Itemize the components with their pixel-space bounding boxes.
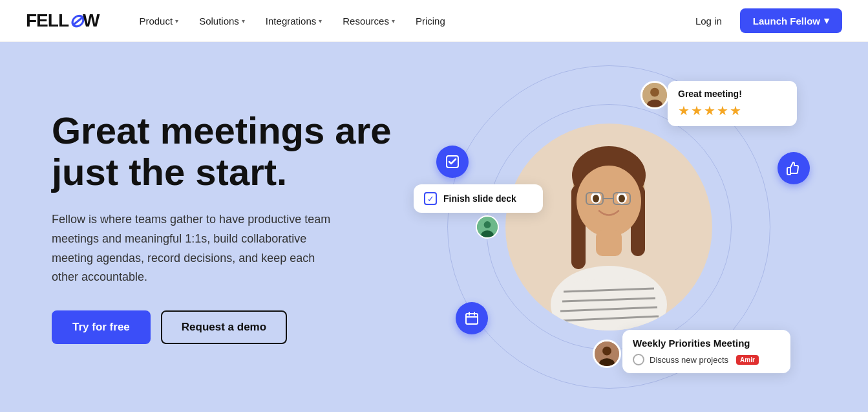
hero-description: Fellow is where teams gather to have pro… [52, 210, 336, 287]
finish-slide-deck-card: ✓ Finish slide deck [414, 184, 543, 213]
nav-product-label: Product [139, 16, 173, 27]
checkbox-checked-icon: ✓ [424, 192, 437, 205]
nav-item-solutions[interactable]: Solutions ▾ [191, 10, 253, 32]
amir-badge: Amir [736, 355, 759, 365]
calendar-icon [464, 310, 480, 326]
weekly-priorities-card: Weekly Priorities Meeting Discuss new pr… [622, 330, 790, 373]
logo[interactable]: FELL⊘W [26, 10, 99, 32]
login-button[interactable]: Log in [688, 10, 730, 32]
avatar-great-meeting [640, 81, 669, 109]
launch-chevron-icon: ▾ [824, 15, 829, 27]
avatar-weekly-meeting [593, 340, 621, 368]
nav-item-product[interactable]: Product ▾ [131, 10, 186, 32]
hero-section: Great meetings are just the start. Fello… [0, 42, 868, 412]
svg-point-8 [619, 195, 625, 202]
logo-text: FELL [26, 10, 69, 31]
chevron-down-icon: ▾ [319, 17, 322, 25]
nav-pricing-label: Pricing [416, 16, 445, 27]
hero-title: Great meetings are just the start. [52, 110, 401, 193]
avatar-person-green-icon [477, 217, 498, 237]
person-illustration [518, 136, 699, 331]
svg-rect-19 [466, 314, 478, 324]
nav-resources-label: Resources [343, 16, 389, 27]
svg-point-27 [484, 221, 491, 228]
thumbsup-icon [786, 160, 801, 176]
nav-right: Log in Launch Fellow ▾ [688, 8, 842, 33]
nav-item-pricing[interactable]: Pricing [408, 10, 453, 32]
avatar-person-icon [642, 83, 667, 107]
weekly-meeting-title: Weekly Priorities Meeting [633, 338, 780, 349]
launch-fellow-label: Launch Fellow [753, 16, 820, 27]
avatar-person-brown-icon [595, 342, 619, 366]
great-meeting-title: Great meeting! [678, 89, 787, 99]
slide-deck-label: Finish slide deck [443, 193, 516, 204]
svg-point-24 [650, 88, 659, 97]
nav-item-resources[interactable]: Resources ▾ [335, 10, 403, 32]
hero-buttons: Try for free Request a demo [52, 310, 401, 344]
hero-left: Great meetings are just the start. Fello… [52, 110, 401, 344]
chevron-down-icon: ▾ [392, 17, 395, 25]
launch-fellow-button[interactable]: Launch Fellow ▾ [740, 8, 842, 33]
circle-checkbox-icon [633, 354, 644, 365]
navbar: FELL⊘W Product ▾ Solutions ▾ Integration… [0, 0, 868, 42]
great-meeting-card: Great meeting! ★★★★★ [668, 81, 797, 126]
nav-solutions-label: Solutions [199, 16, 239, 27]
chevron-down-icon: ▾ [175, 17, 178, 25]
request-demo-button[interactable]: Request a demo [161, 310, 287, 344]
svg-point-7 [593, 195, 599, 202]
calendar-icon-circle [456, 302, 488, 334]
try-for-free-button[interactable]: Try for free [52, 310, 151, 344]
logo-end: W [83, 10, 99, 31]
logo-slash: ⊘ [69, 10, 83, 32]
person-photo [505, 124, 712, 331]
nav-integrations-label: Integrations [266, 16, 316, 27]
nav-links: Product ▾ Solutions ▾ Integrations ▾ Res… [131, 10, 688, 32]
thumbsup-icon-circle [778, 152, 810, 184]
checkmark-icon [445, 154, 460, 169]
nav-item-integrations[interactable]: Integrations ▾ [258, 10, 330, 32]
hero-right: Great meeting! ★★★★★ ✓ Finish slide deck [401, 42, 816, 412]
avatar-slide-deck [476, 215, 499, 239]
chevron-down-icon: ▾ [242, 17, 245, 25]
svg-point-30 [602, 347, 611, 356]
weekly-item-text: Discuss new projects [650, 355, 728, 365]
weekly-card-row: Discuss new projects Amir [633, 354, 780, 365]
check-icon-circle [436, 146, 469, 178]
star-rating: ★★★★★ [678, 103, 787, 118]
svg-rect-17 [596, 230, 622, 256]
